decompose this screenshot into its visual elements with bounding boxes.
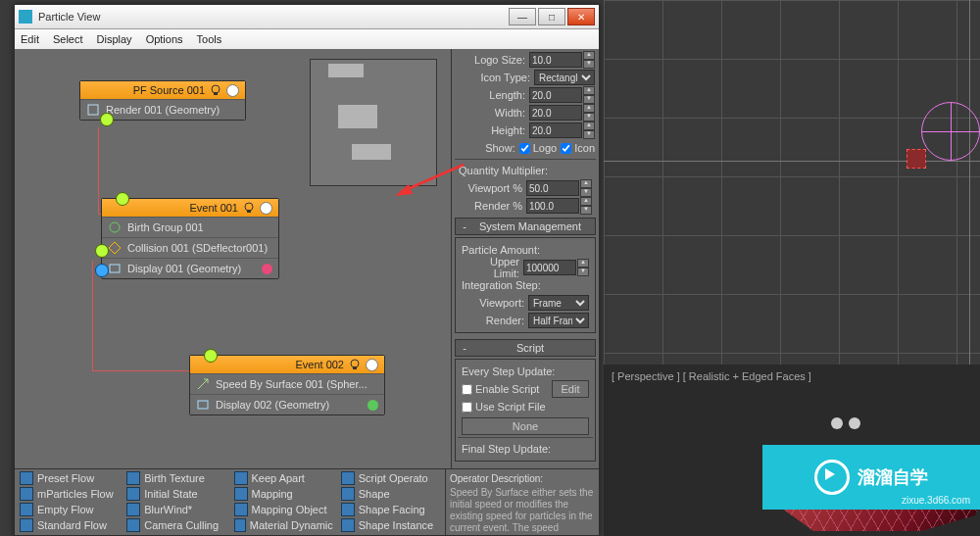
spinner-up-icon[interactable]: ▲ bbox=[583, 86, 595, 95]
node-pf-source[interactable]: PF Source 001 Render 001 (Geometry) bbox=[79, 80, 246, 121]
node-header[interactable]: Event 002 bbox=[190, 356, 384, 373]
node-header[interactable]: PF Source 001 bbox=[80, 81, 245, 99]
length-field[interactable] bbox=[529, 87, 582, 103]
render-step-select[interactable]: Half Frame bbox=[528, 313, 589, 328]
enable-toggle[interactable] bbox=[260, 202, 272, 215]
display-color-swatch[interactable] bbox=[368, 400, 378, 411]
operator-icon bbox=[126, 471, 140, 485]
output-socket[interactable] bbox=[100, 113, 114, 126]
display-color-swatch[interactable] bbox=[262, 264, 272, 274]
depot-item[interactable]: Script Operato bbox=[337, 470, 444, 486]
operator-icon bbox=[341, 518, 355, 532]
desc-body: Speed By Surface either sets the initial… bbox=[450, 487, 595, 534]
spinner-down-icon[interactable]: ▼ bbox=[580, 188, 592, 197]
menu-display[interactable]: Display bbox=[97, 33, 132, 45]
spinner-down-icon[interactable]: ▼ bbox=[577, 268, 589, 276]
depot-item[interactable]: Shape bbox=[337, 486, 444, 502]
operator-icon bbox=[20, 487, 33, 501]
depot-item[interactable]: Preset Flow bbox=[16, 470, 122, 486]
lightbulb-icon[interactable] bbox=[209, 83, 222, 97]
spinner-down-icon[interactable]: ▼ bbox=[583, 113, 595, 122]
node-event-001[interactable]: Event 001 Birth Group 001 Collision 001 … bbox=[101, 198, 279, 279]
icon-type-select[interactable]: Rectangle bbox=[534, 70, 595, 85]
depot-item[interactable]: BlurWind* bbox=[122, 502, 229, 517]
menu-options[interactable]: Options bbox=[146, 33, 183, 45]
lightbulb-icon[interactable] bbox=[348, 358, 362, 371]
maximize-button[interactable]: □ bbox=[538, 8, 565, 25]
op-speed-by-surface[interactable]: Speed By Surface 001 (Spher... bbox=[190, 373, 384, 394]
depot-item[interactable]: Shape Facing bbox=[337, 502, 444, 517]
depot-item[interactable]: mParticles Flow bbox=[16, 486, 122, 502]
depot-item[interactable]: Material Dynamic bbox=[230, 517, 337, 533]
depot-item[interactable]: Mapping bbox=[230, 486, 337, 502]
input-socket[interactable] bbox=[116, 192, 129, 206]
enable-toggle[interactable] bbox=[366, 359, 378, 371]
operator-icon bbox=[20, 471, 33, 485]
titlebar[interactable]: Particle View — □ ✕ bbox=[15, 5, 599, 29]
script-file-button[interactable]: None bbox=[462, 417, 589, 435]
node-event-002[interactable]: Event 002 Speed By Surface 001 (Spher...… bbox=[189, 355, 385, 415]
depot-item[interactable]: Initial State bbox=[122, 486, 229, 502]
depot-item[interactable]: Shape Instance bbox=[337, 517, 444, 533]
operator-depot: Preset FlowBirth TextureKeep ApartScript… bbox=[15, 468, 599, 535]
close-button[interactable]: ✕ bbox=[567, 8, 595, 25]
rollout-script[interactable]: -Script bbox=[455, 339, 596, 357]
enable-script-checkbox[interactable] bbox=[462, 384, 472, 395]
show-logo-checkbox[interactable] bbox=[519, 143, 530, 154]
test-socket[interactable] bbox=[95, 244, 109, 258]
depot-item[interactable]: Mapping Object bbox=[230, 502, 337, 517]
node-canvas[interactable]: PF Source 001 Render 001 (Geometry) Even… bbox=[15, 49, 451, 469]
svg-point-3 bbox=[245, 203, 253, 211]
use-script-file-checkbox[interactable] bbox=[462, 402, 472, 413]
label-final-step: Final Step Update: bbox=[462, 443, 551, 455]
display-icon bbox=[108, 262, 122, 275]
spinner-down-icon[interactable]: ▼ bbox=[580, 206, 592, 215]
test-out-socket[interactable] bbox=[95, 264, 109, 277]
spinner-up-icon[interactable]: ▲ bbox=[580, 179, 592, 188]
edit-script-button[interactable]: Edit bbox=[552, 380, 589, 398]
height-field[interactable] bbox=[529, 122, 582, 138]
op-display[interactable]: Display 002 (Geometry) bbox=[190, 394, 384, 414]
depot-item[interactable]: Birth Texture bbox=[122, 470, 229, 486]
render-pct-field[interactable] bbox=[526, 198, 579, 214]
viewport-label[interactable]: [ Perspective ] [ Realistic + Edged Face… bbox=[612, 370, 811, 382]
desc-title: Operator Description: bbox=[450, 473, 595, 485]
depot-item[interactable]: Empty Flow bbox=[16, 502, 122, 517]
play-icon bbox=[814, 460, 850, 495]
spinner-up-icon[interactable]: ▲ bbox=[577, 259, 589, 268]
operator-icon bbox=[234, 471, 248, 485]
spinner-up-icon[interactable]: ▲ bbox=[583, 51, 595, 60]
depot-item[interactable]: Standard Flow bbox=[16, 517, 122, 533]
rollout-system-management[interactable]: -System Management bbox=[455, 218, 596, 235]
op-birth-group[interactable]: Birth Group 001 bbox=[102, 217, 278, 237]
svg-rect-9 bbox=[353, 366, 357, 369]
enable-toggle[interactable] bbox=[226, 84, 239, 97]
width-field[interactable] bbox=[529, 105, 582, 121]
emitter-gizmo[interactable] bbox=[906, 149, 926, 169]
lightbulb-icon[interactable] bbox=[242, 201, 256, 215]
spinner-down-icon[interactable]: ▼ bbox=[583, 130, 595, 139]
viewport-step-select[interactable]: Frame bbox=[528, 295, 589, 311]
viewport-pct-field[interactable] bbox=[526, 180, 579, 196]
depot-item[interactable]: Camera Culling bbox=[122, 517, 229, 533]
top-viewport[interactable] bbox=[604, 0, 980, 365]
depot-item[interactable]: Keep Apart bbox=[230, 470, 337, 486]
upper-limit-field[interactable] bbox=[523, 260, 576, 275]
op-display[interactable]: Display 001 (Geometry) bbox=[102, 258, 278, 278]
minimap[interactable] bbox=[310, 59, 437, 186]
speed-icon bbox=[196, 377, 210, 391]
input-socket[interactable] bbox=[204, 349, 218, 363]
logo-size-field[interactable] bbox=[529, 52, 582, 68]
label-particle-amount: Particle Amount: bbox=[462, 244, 540, 256]
spinner-down-icon[interactable]: ▼ bbox=[583, 95, 595, 104]
spinner-down-icon[interactable]: ▼ bbox=[583, 60, 595, 69]
spinner-up-icon[interactable]: ▲ bbox=[583, 104, 595, 113]
spinner-up-icon[interactable]: ▲ bbox=[583, 122, 595, 130]
minimize-button[interactable]: — bbox=[509, 8, 536, 25]
op-collision[interactable]: Collision 001 (SDeflector001) bbox=[102, 237, 278, 258]
menu-edit[interactable]: Edit bbox=[21, 33, 39, 45]
spinner-up-icon[interactable]: ▲ bbox=[580, 197, 592, 206]
menu-select[interactable]: Select bbox=[53, 33, 83, 45]
menu-tools[interactable]: Tools bbox=[197, 33, 222, 45]
show-icon-checkbox[interactable] bbox=[561, 143, 571, 154]
